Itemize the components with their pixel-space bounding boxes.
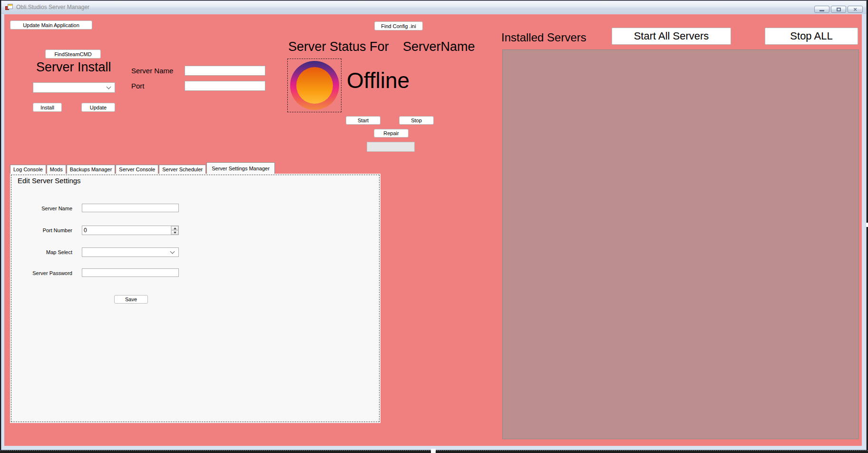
installed-servers-title: Installed Servers — [501, 31, 586, 44]
edit-settings-groupbox: Edit Server Settings Server Name Port Nu… — [11, 175, 380, 422]
port-number-input[interactable] — [82, 226, 171, 235]
install-button[interactable]: Install — [33, 103, 62, 112]
server-status-heading: Server Status For — [288, 39, 389, 54]
stepper-down-button[interactable] — [171, 230, 178, 235]
find-config-ini-button[interactable]: Find Config .ini — [374, 21, 423, 30]
game-select-dropdown[interactable] — [33, 82, 115, 93]
repair-progress-bar — [367, 142, 415, 152]
update-button[interactable]: Update — [81, 103, 115, 112]
settings-server-password-input[interactable] — [84, 269, 177, 276]
server-name-label: Server Name — [131, 67, 173, 75]
chevron-down-icon — [170, 249, 175, 254]
start-button[interactable]: Start — [346, 116, 380, 125]
port-number-stepper — [82, 226, 179, 235]
edit-server-settings-title: Edit Server Settings — [18, 177, 81, 185]
stepper-up-button[interactable] — [171, 226, 178, 230]
server-status-picturebox — [287, 59, 341, 112]
server-name-field-wrap — [185, 66, 265, 76]
settings-server-password-wrap — [82, 268, 179, 277]
tab-server-settings-manager[interactable]: Server Settings Manager — [206, 162, 275, 174]
status-core-icon — [296, 67, 333, 104]
minimize-icon — [819, 10, 824, 11]
start-all-servers-button[interactable]: Start All Servers — [612, 28, 731, 45]
app-window: Obli.Studios Server Manager × Update Mai… — [1, 0, 867, 450]
tab-mods[interactable]: Mods — [47, 165, 66, 174]
tab-strip: Log Console Mods Backups Manager Server … — [10, 163, 275, 174]
save-button[interactable]: Save — [114, 295, 148, 304]
map-select-dropdown[interactable] — [82, 247, 179, 257]
settings-server-name-input[interactable] — [84, 204, 177, 212]
port-label: Port — [131, 82, 145, 90]
tab-server-console[interactable]: Server Console — [116, 165, 158, 174]
right-edge-marker — [866, 223, 868, 227]
repair-button[interactable]: Repair — [374, 129, 409, 138]
title-bar: Obli.Studios Server Manager × — [1, 1, 866, 14]
installed-servers-panel[interactable] — [502, 49, 859, 439]
port-field-wrap — [185, 81, 265, 91]
settings-server-name-wrap — [82, 204, 179, 212]
window-title: Obli.Studios Server Manager — [16, 4, 89, 10]
maximize-icon — [837, 8, 841, 11]
chevron-down-icon — [107, 84, 111, 89]
app-icon — [5, 4, 13, 10]
update-main-application-button[interactable]: Update Main Application — [10, 20, 92, 30]
settings-port-number-label: Port Number — [15, 227, 72, 233]
stop-button[interactable]: Stop — [399, 116, 434, 125]
close-icon: × — [853, 6, 857, 12]
bottom-edge-marker — [431, 449, 436, 453]
tab-log-console[interactable]: Log Console — [10, 165, 46, 174]
server-settings-tabpage: Edit Server Settings Server Name Port Nu… — [10, 174, 380, 423]
server-install-title: Server Install — [36, 60, 111, 75]
port-input[interactable] — [186, 81, 263, 90]
settings-server-name-label: Server Name — [15, 206, 72, 211]
triangle-up-icon — [174, 227, 176, 229]
tab-server-scheduler[interactable]: Server Scheduler — [159, 165, 206, 174]
find-steamcmd-button[interactable]: FindSteamCMD — [45, 49, 101, 59]
status-text: Offline — [347, 68, 410, 93]
maximize-button[interactable] — [831, 6, 846, 13]
close-button[interactable]: × — [848, 6, 863, 13]
stop-all-button[interactable]: Stop ALL — [765, 28, 858, 45]
server-status-server-name: ServerName — [403, 39, 475, 54]
status-gradient-ring-icon — [290, 61, 339, 110]
settings-map-select-label: Map Select — [15, 249, 72, 255]
tab-backups-manager[interactable]: Backups Manager — [67, 165, 116, 174]
triangle-down-icon — [174, 232, 176, 234]
settings-server-password-label: Server Password — [15, 270, 72, 276]
minimize-button[interactable] — [814, 6, 829, 13]
server-name-input[interactable] — [186, 66, 263, 75]
client-area: Update Main Application FindSteamCMD Ser… — [4, 14, 862, 446]
